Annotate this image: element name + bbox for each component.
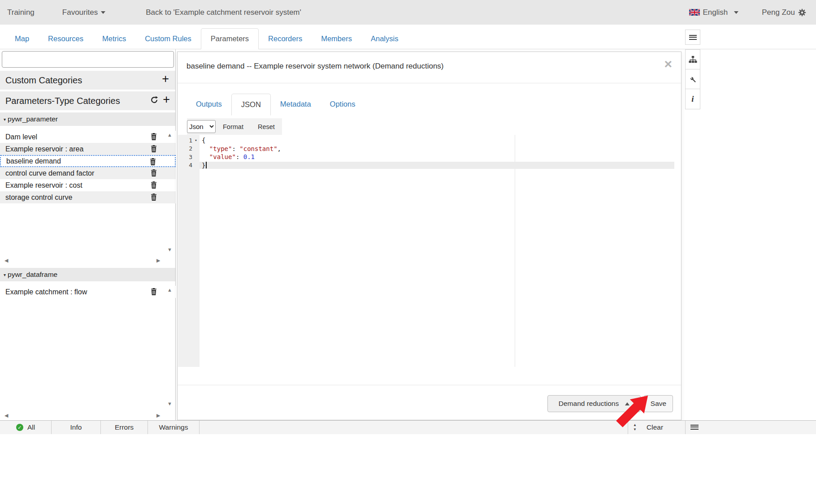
delete-button[interactable] <box>151 145 157 154</box>
scroll-right-icon[interactable]: ▶ <box>156 258 160 263</box>
code-text: { <box>200 137 674 144</box>
list-item-example-catchment-flow[interactable]: Example catchment : flow <box>0 286 176 298</box>
reset-button[interactable]: Reset <box>251 118 282 135</box>
item-label: Example catchment : flow <box>5 288 87 296</box>
statusbar-menu-button[interactable] <box>690 423 699 431</box>
group-pywr-parameter[interactable]: ▾ pywr_parameter <box>0 112 175 126</box>
info-button[interactable]: i <box>686 89 700 109</box>
dataframe-list: Example catchment : flow <box>0 286 176 298</box>
fold-icon[interactable]: ▾ <box>192 138 200 142</box>
tab-parameters[interactable]: Parameters <box>201 28 259 49</box>
tab-map[interactable]: Map <box>5 29 39 49</box>
language-menu[interactable]: English <box>689 8 739 17</box>
tab-custom-rules[interactable]: Custom Rules <box>135 29 201 49</box>
line-gutter: 2 <box>178 145 200 152</box>
favourites-menu[interactable]: Favourites <box>62 8 105 17</box>
brand-training[interactable]: Training <box>7 8 35 17</box>
menu-toggle-button[interactable] <box>685 30 700 45</box>
tab-analysis[interactable]: Analysis <box>361 29 408 49</box>
line-gutter: 1 ▾ <box>178 137 200 144</box>
status-tab-info[interactable]: Info <box>52 421 101 434</box>
code-text: "value": 0.1 <box>200 153 674 160</box>
trash-icon <box>151 145 157 152</box>
status-tab-warnings[interactable]: Warnings <box>148 421 200 434</box>
delete-button[interactable] <box>151 181 157 190</box>
scroll-right-icon[interactable]: ▶ <box>156 413 160 418</box>
custom-categories-title: Custom Categories <box>5 75 82 86</box>
group-pywr-dataframe[interactable]: ▾ pywr_dataframe <box>0 268 175 281</box>
dialog-title: baseline demand -- Example reservoir sys… <box>187 62 444 71</box>
sitemap-icon <box>689 56 697 64</box>
print-margin-ruler <box>515 135 515 367</box>
tab-resources[interactable]: Resources <box>39 29 93 49</box>
list-item-example-reservoir-area[interactable]: Example reservoir : area <box>0 143 176 155</box>
tab-metadata[interactable]: Metadata <box>271 94 321 116</box>
back-link[interactable]: Back to 'Example catchment reservoir sys… <box>146 8 301 17</box>
scroll-down-icon[interactable]: ▼ <box>167 247 172 252</box>
topbar-right: English Peng Zou <box>689 0 807 25</box>
item-label: Example reservoir : cost <box>5 181 82 190</box>
editor-mode-select[interactable]: Json <box>187 120 216 133</box>
list-item-example-reservoir-cost[interactable]: Example reservoir : cost <box>0 179 176 191</box>
trash-icon <box>151 133 157 140</box>
scroll-left-icon[interactable]: ◀ <box>4 258 8 263</box>
trash-icon <box>150 158 156 165</box>
scroll-up-icon[interactable]: ▲ <box>167 288 172 293</box>
tools-button[interactable] <box>686 69 700 89</box>
status-bar: ✓ All Info Errors Warnings ▲▼ Clear <box>0 420 816 434</box>
code-line-active: 4 } <box>178 161 674 170</box>
trash-icon <box>151 194 157 201</box>
tab-members[interactable]: Members <box>312 29 361 49</box>
scroll-down-icon[interactable]: ▼ <box>167 401 172 406</box>
status-tab-all[interactable]: ✓ All <box>0 421 52 434</box>
user-name: Peng Zou <box>762 8 795 17</box>
delete-button[interactable] <box>151 288 157 297</box>
parameter-list: Dam level Example reservoir : area <box>0 131 176 203</box>
delete-button[interactable] <box>151 169 157 178</box>
add-parameter-category-button[interactable]: + <box>163 94 170 106</box>
code-text: } <box>200 162 674 169</box>
list-item-baseline-demand[interactable]: baseline demand <box>0 155 176 167</box>
tab-options[interactable]: Options <box>321 94 365 116</box>
group-name: pywr_parameter <box>8 115 58 123</box>
topbar: Training Favourites Back to 'Example cat… <box>0 0 816 25</box>
delete-button[interactable] <box>151 194 157 202</box>
tab-outputs[interactable]: Outputs <box>187 94 231 116</box>
line-number: 3 <box>180 154 192 160</box>
user-menu[interactable]: Peng Zou <box>762 8 806 17</box>
status-tab-errors[interactable]: Errors <box>101 421 148 434</box>
tab-recorders[interactable]: Recorders <box>259 29 312 49</box>
format-button[interactable]: Format <box>216 118 251 135</box>
parameter-dialog: baseline demand -- Example reservoir sys… <box>177 52 681 420</box>
add-custom-category-button[interactable]: + <box>162 73 169 85</box>
demand-reductions-dropdown[interactable]: Demand reductions <box>547 395 641 412</box>
delete-button[interactable] <box>150 158 156 167</box>
dialog-header: baseline demand -- Example reservoir sys… <box>178 52 681 83</box>
list-item-control-curve-demand-factor[interactable]: control curve demand factor <box>0 167 176 179</box>
category-search-input[interactable] <box>2 51 174 68</box>
caret-down-icon <box>101 11 105 14</box>
statusbar-right: ▲▼ Clear <box>619 421 816 434</box>
tab-json[interactable]: JSON <box>231 94 271 116</box>
clear-button[interactable]: Clear <box>647 423 663 431</box>
tab-metrics[interactable]: Metrics <box>93 29 135 49</box>
sort-icon[interactable]: ▲▼ <box>633 423 637 431</box>
favourites-label: Favourites <box>62 8 98 17</box>
close-icon[interactable]: × <box>664 57 672 71</box>
line-number: 1 <box>180 137 192 144</box>
json-editor[interactable]: 1 ▾ { 2 "type": "constant", 3 <box>178 135 681 367</box>
item-label: Dam level <box>5 133 37 141</box>
scroll-up-icon[interactable]: ▲ <box>167 133 172 138</box>
network-tree-button[interactable] <box>686 50 700 69</box>
list-item-storage-control-curve[interactable]: storage control curve <box>0 191 176 203</box>
divider <box>685 421 686 434</box>
status-all-label: All <box>27 423 35 431</box>
wrench-icon <box>689 75 697 83</box>
save-button[interactable]: Save <box>644 395 673 412</box>
dialog-footer: Demand reductions Save <box>178 385 681 420</box>
delete-button[interactable] <box>151 133 157 142</box>
hamburger-icon <box>689 34 697 41</box>
refresh-categories-button[interactable] <box>150 96 158 106</box>
scroll-left-icon[interactable]: ◀ <box>4 413 8 418</box>
list-item-dam-level[interactable]: Dam level <box>0 131 176 143</box>
